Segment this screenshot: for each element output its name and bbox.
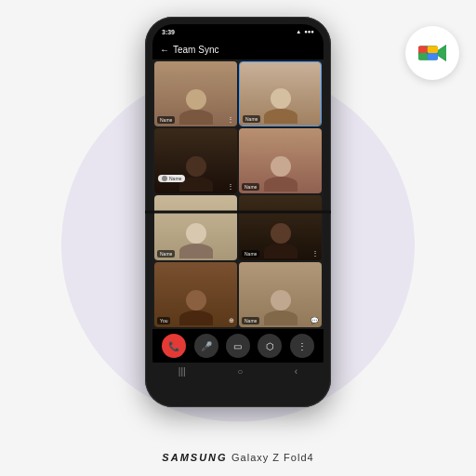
participant-cell-2[interactable]: Name <box>239 61 322 126</box>
participant-cell-6[interactable]: Name ⋮ <box>239 195 322 260</box>
options-1[interactable]: ⋮ <box>227 115 234 124</box>
participant-cell-8[interactable]: Name 💬 <box>239 262 322 327</box>
status-time: 3:39 <box>162 29 175 35</box>
participant-cell-3[interactable]: Name ⋮ <box>154 128 237 193</box>
back-nav-button[interactable]: ‹ <box>295 366 298 377</box>
phone-screen: 3:39 ▲ ●●● ← Team Sync <box>152 24 324 379</box>
back-button[interactable]: ← <box>160 45 169 55</box>
video-grid: Name ⋮ Name <box>152 60 324 329</box>
participant-name-5: Name <box>157 250 175 258</box>
status-icons: ▲ ●●● <box>296 29 314 34</box>
samsung-model-name: Galaxy Z Fold4 <box>231 452 314 463</box>
participant-cell-7[interactable]: You ⊕ <box>154 262 237 327</box>
end-call-button[interactable]: 📞 <box>162 334 186 358</box>
participant-cell-4[interactable]: Name <box>239 128 322 193</box>
participant-name-8: Name <box>242 317 259 324</box>
call-header: ← Team Sync <box>152 39 324 60</box>
signal-icon: ●●● <box>304 29 314 34</box>
options-6[interactable]: ⋮ <box>311 249 319 258</box>
svg-rect-3 <box>418 46 428 54</box>
participant-name-4: Name <box>242 183 259 191</box>
wifi-icon: ▲ <box>296 29 301 34</box>
samsung-branding: SAMSUNG Galaxy Z Fold4 <box>162 448 313 465</box>
camera-button[interactable]: ▭ <box>226 334 250 358</box>
call-toolbar: 📞 🎤 ▭ ⬡ ⋮ <box>152 329 324 363</box>
share-button[interactable]: ⬡ <box>258 334 282 358</box>
participant-cell-5[interactable]: Name <box>154 195 237 260</box>
participant-name-2: Name <box>243 115 260 123</box>
participant-name-1: Name <box>157 116 175 124</box>
options-8[interactable]: 💬 <box>311 317 319 324</box>
mute-button[interactable]: 🎤 <box>194 334 218 358</box>
call-title: Team Sync <box>173 45 218 55</box>
participant-cell-1[interactable]: Name ⋮ <box>154 61 237 126</box>
more-button[interactable]: ⋮ <box>290 334 314 358</box>
phone-shell: 3:39 ▲ ●●● ← Team Sync <box>145 17 331 407</box>
fold-line <box>145 211 331 214</box>
svg-rect-6 <box>428 53 438 60</box>
participant-name-7: You <box>157 317 170 324</box>
scene: 3:39 ▲ ●●● ← Team Sync <box>0 0 476 476</box>
home-button[interactable]: ○ <box>237 366 243 377</box>
samsung-brand-name: SAMSUNG <box>162 452 227 463</box>
phone-device: 3:39 ▲ ●●● ← Team Sync <box>145 17 331 426</box>
svg-rect-4 <box>428 46 438 54</box>
options-7[interactable]: ⊕ <box>229 317 234 324</box>
participant-name-6: Name <box>242 250 259 258</box>
status-bar: 3:39 ▲ ●●● <box>152 24 324 39</box>
samsung-logo: SAMSUNG Galaxy Z Fold4 <box>162 448 313 465</box>
nav-bar: ||| ○ ‹ <box>152 363 324 379</box>
svg-rect-5 <box>418 53 428 60</box>
options-3[interactable]: ⋮ <box>227 182 234 191</box>
name-chip-3: Name <box>158 175 185 182</box>
meet-icon <box>405 26 459 80</box>
recent-apps-button[interactable]: ||| <box>178 366 186 377</box>
